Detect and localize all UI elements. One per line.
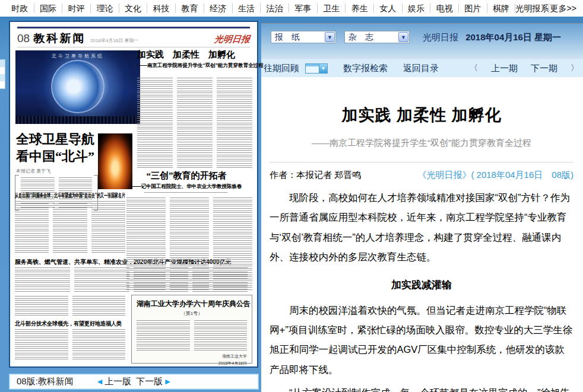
micro-text-columns bbox=[15, 329, 125, 361]
digital-search-link[interactable]: 数字报检索 bbox=[343, 63, 388, 74]
top-nav: 时政 国际 时评 理论 文化 科技 教育 经济 生活 法治 军事 卫生 养生 女… bbox=[0, 0, 583, 17]
beidou-emblem bbox=[51, 60, 104, 113]
paper-feature-title[interactable]: 加实践 加柔性 加孵化 bbox=[137, 49, 252, 60]
nav-item-shizheng[interactable]: 时政 bbox=[6, 4, 34, 13]
micro-text-columns bbox=[126, 197, 252, 291]
next-page-link[interactable]: 下一版 bbox=[136, 376, 163, 387]
micro-text-columns bbox=[15, 201, 125, 254]
header-blue-strip bbox=[261, 17, 583, 24]
prev-issue-link[interactable]: 上一期 bbox=[491, 63, 518, 74]
nav-item-guoji[interactable]: 国际 bbox=[34, 4, 62, 13]
right-panel: 报 纸 ▼ 杂 志 ▼ 光明日报 2018年04月16日 星期一 往期回顾 ▼ … bbox=[261, 17, 583, 392]
photo-caption-text: 北斗卫星导航系统 bbox=[15, 53, 140, 59]
notice-number: （第1号） bbox=[137, 310, 247, 317]
calendar-dropdown-icon[interactable]: ▼ bbox=[319, 63, 328, 74]
prev-page-link[interactable]: 上一版 bbox=[104, 376, 131, 387]
nav-item-keji[interactable]: 科技 bbox=[147, 4, 175, 13]
article-subtitle: ——南京工程学院将提升学生“双创”能力贯穿教育全过程 bbox=[270, 138, 574, 149]
paper-article2-subtitle: ——记中国工程院院士、华中农业大学教授陈焕春 bbox=[126, 183, 246, 190]
nav-item-lilun[interactable]: 理论 bbox=[90, 4, 119, 13]
newspaper-page-preview[interactable]: 08 教科新闻 2018年4月16日 星期一 光明日报 北斗卫星导航系统 加实践… bbox=[9, 21, 258, 368]
micro-text-columns bbox=[137, 78, 252, 168]
paper-feature-subtitle: ——南京工程学院将提升学生“双创”能力贯穿教育全过程 bbox=[137, 62, 264, 69]
collapse-handle[interactable] bbox=[0, 59, 5, 89]
nav-item-yangsheng[interactable]: 养生 bbox=[345, 4, 373, 13]
article-section-heading: 加实践减灌输 bbox=[270, 275, 574, 295]
masthead-name: 光明日报 bbox=[423, 32, 458, 42]
page-navigation-bar: 08版:教科新闻 ◀ 上一版 下一版 ▶ bbox=[9, 374, 259, 390]
prev-issue-arrow-icon[interactable]: 〈 bbox=[470, 63, 478, 74]
nav-item-nvren[interactable]: 女人 bbox=[373, 4, 402, 13]
nav-item-dianshi[interactable]: 电视 bbox=[430, 4, 458, 13]
issue-pager: 〈 上一期 下一期 〉 bbox=[470, 63, 579, 74]
article-author: 作者：本报记者 郑晋鸣 bbox=[270, 170, 361, 181]
micro-text-columns bbox=[137, 320, 247, 351]
article-body: 现阶段，高校如何在人才培养领域精准对接国家“双创”方针？作为一所普通省属应用型本… bbox=[270, 188, 574, 392]
next-issue-arrow-icon[interactable]: 〉 bbox=[571, 63, 579, 74]
reader-toolbar: 往期回顾 ▼ 数字报检索 返回目录 〈 上一期 下一期 〉 bbox=[261, 59, 583, 77]
article-source: 《光明日报》( 2018年04月16日 08版) bbox=[417, 170, 574, 181]
beidou-event-photo: 北斗卫星导航系统 bbox=[15, 50, 140, 124]
chevron-down-icon[interactable]: ▼ bbox=[325, 32, 335, 42]
paper-article2-title[interactable]: “三创”教育的开拓者 bbox=[126, 170, 246, 181]
nav-item-qipai[interactable]: 棋牌 bbox=[487, 4, 515, 13]
paper-lead-byline: 本报记者 袁于飞 bbox=[16, 168, 50, 174]
article-paragraph: “从方案设计到制作完成，每一个环节都是在这里完成的。”徐旭告诉记者，他的课题创造… bbox=[270, 383, 574, 392]
main-area: 08 教科新闻 2018年4月16日 星期一 光明日报 北斗卫星导航系统 加实践… bbox=[0, 17, 583, 392]
notice-title: 湖南工业大学办学六十周年庆典公告 bbox=[137, 299, 247, 309]
magazine-select[interactable]: 杂 志 ▼ bbox=[344, 31, 410, 43]
next-page-arrow-icon[interactable]: ▶ bbox=[165, 378, 170, 385]
article-meta-row: 作者：本报记者 郑晋鸣 《光明日报》( 2018年04月16日 08版) bbox=[270, 170, 574, 181]
paper-masthead-logo: 光明日报 bbox=[214, 34, 251, 45]
issue-date: 2018年04月16日 星期一 bbox=[465, 32, 561, 42]
nav-item-weisheng[interactable]: 卫生 bbox=[317, 4, 346, 13]
nav-item-junshi[interactable]: 军事 bbox=[289, 4, 317, 13]
paper-section-name: 教科新闻 bbox=[33, 31, 85, 46]
past-issues-link[interactable]: 往期回顾 bbox=[264, 63, 299, 74]
nav-item-fazhi[interactable]: 法治 bbox=[260, 4, 289, 13]
nav-item-gmbaoxi[interactable]: 光明报系 bbox=[515, 4, 549, 13]
paper-select[interactable]: 报 纸 ▼ bbox=[271, 31, 336, 43]
nav-item-more[interactable]: 更多>> bbox=[549, 4, 577, 13]
nav-item-jingji[interactable]: 经济 bbox=[204, 4, 232, 13]
magazine-select-value: 杂 志 bbox=[348, 32, 373, 43]
nav-item-shenghuo[interactable]: 生活 bbox=[232, 4, 261, 13]
chevron-down-icon[interactable]: ▼ bbox=[398, 32, 408, 42]
calendar-icon[interactable] bbox=[305, 63, 319, 74]
micro-text-columns bbox=[15, 296, 125, 316]
masthead-rule bbox=[17, 27, 250, 28]
article-paragraph: 现阶段，高校如何在人才培养领域精准对接国家“双创”方针？作为一所普通省属应用型本… bbox=[270, 188, 574, 267]
nav-item-jiaoyu[interactable]: 教育 bbox=[175, 4, 204, 13]
micro-byline-line bbox=[144, 192, 227, 195]
anniversary-notice-box: 湖南工业大学办学六十周年庆典公告 （第1号） 湖南工业大学 2018年4月16日 bbox=[131, 295, 252, 364]
paper-crosshead-3: 北斗部分技术全球领先，有望更好地造福人类 bbox=[15, 320, 122, 328]
left-panel: 08 教科新闻 2018年4月16日 星期一 光明日报 北斗卫星导航系统 加实践… bbox=[0, 17, 261, 392]
nav-item-tupian[interactable]: 图片 bbox=[458, 4, 487, 13]
article-view: 加实践 加柔性 加孵化 ——南京工程学院将提升学生“双创”能力贯穿教育全过程 作… bbox=[261, 77, 583, 392]
paper-lead-headline[interactable]: 全球卫星导航 看中国“北斗” bbox=[16, 131, 100, 165]
nav-item-wenhua[interactable]: 文化 bbox=[119, 4, 147, 13]
calendar-picker[interactable]: ▼ bbox=[305, 63, 328, 74]
notice-signature: 湖南工业大学 2018年4月16日 bbox=[137, 353, 247, 367]
paper-crosshead-1: 从走出国门到服务全球，北斗有望成为中国“走出去”的又一张国家名片 bbox=[15, 192, 125, 200]
paper-header-meta: 2018年4月16日 星期一 bbox=[90, 37, 138, 44]
nav-item-shiping[interactable]: 时评 bbox=[62, 4, 90, 13]
issue-info: 光明日报 2018年04月16日 星期一 bbox=[423, 31, 561, 43]
issue-header: 报 纸 ▼ 杂 志 ▼ 光明日报 2018年04月16日 星期一 bbox=[261, 24, 583, 59]
article-paragraph: 周末的校园洋溢着欢快的气氛。但当记者走进南京工程学院“物联网+”项目训练室时，紧… bbox=[270, 301, 574, 380]
article-divider bbox=[270, 162, 574, 162]
paper-page-number: 08 bbox=[17, 32, 30, 45]
article-title: 加实践 加柔性 加孵化 bbox=[270, 104, 574, 126]
back-to-directory-link[interactable]: 返回目录 bbox=[403, 63, 439, 74]
header-divider bbox=[17, 47, 250, 47]
nav-item-yule[interactable]: 娱乐 bbox=[402, 4, 430, 13]
paper-select-value: 报 纸 bbox=[275, 32, 300, 43]
prev-page-arrow-icon[interactable]: ◀ bbox=[97, 378, 102, 385]
current-page-label: 08版:教科新闻 bbox=[17, 376, 74, 387]
next-issue-link[interactable]: 下一期 bbox=[531, 63, 557, 74]
paper-page-header: 08 教科新闻 2018年4月16日 星期一 光明日报 bbox=[17, 31, 250, 46]
